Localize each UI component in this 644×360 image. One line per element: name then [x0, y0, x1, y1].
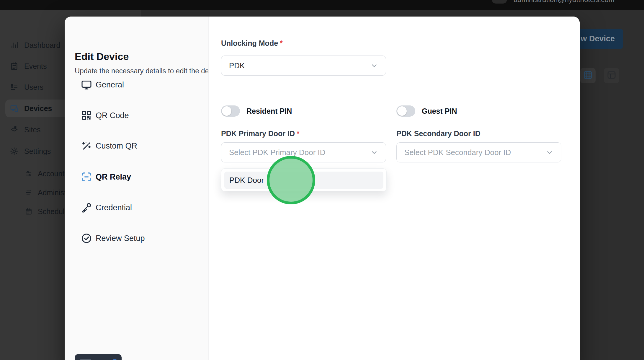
modal-step-panel: Edit Device Update the necessary details…: [65, 17, 209, 360]
settings-icon: [10, 147, 19, 156]
users-icon: [10, 83, 19, 92]
account-avatar[interactable]: [492, 0, 507, 4]
bottom-button-detail: [80, 359, 91, 360]
dashboard-icon: [10, 41, 19, 50]
step-qr-relay[interactable]: QR Relay: [65, 169, 209, 185]
table-view-button[interactable]: [604, 68, 619, 83]
step-credential[interactable]: Credential: [65, 199, 209, 216]
unlocking-mode-value: PDK: [229, 61, 370, 70]
secondary-door-label: PDK Secondary Door ID: [396, 129, 480, 138]
step-label: Review Setup: [96, 234, 145, 243]
resident-pin-toggle[interactable]: [221, 105, 240, 117]
dropdown-option-pdk-door[interactable]: PDK Door: [224, 172, 383, 189]
step-label: Credential: [96, 203, 132, 212]
primary-door-placeholder: Select PDK Primary Door ID: [229, 148, 370, 157]
step-review-setup[interactable]: Review Setup: [65, 230, 209, 247]
step-label: Custom QR: [96, 141, 137, 151]
qr-code-icon: [81, 110, 92, 121]
magic-wand-icon: [81, 140, 92, 152]
modal-form-panel: Unlocking Mode* PDK Resident PIN Guest P…: [209, 17, 580, 360]
account-icon: [25, 170, 32, 177]
administrators-icon: [25, 189, 32, 196]
step-general[interactable]: General: [65, 76, 209, 93]
sidebar-item-label: Events: [24, 62, 47, 71]
chevron-down-icon: [370, 62, 378, 69]
edit-device-modal: Edit Device Update the necessary details…: [65, 17, 580, 360]
required-asterisk: *: [297, 129, 300, 138]
guest-pin-toggle[interactable]: [396, 105, 415, 117]
schedules-icon: [25, 208, 32, 215]
table-view-icon: [607, 70, 617, 81]
modal-bottom-action-button[interactable]: [75, 354, 122, 360]
step-label: QR Relay: [96, 172, 131, 182]
primary-door-dropdown: PDK Door: [221, 168, 387, 191]
primary-door-select[interactable]: Select PDK Primary Door ID: [221, 142, 386, 162]
secondary-door-select[interactable]: Select PDK Secondary Door ID: [396, 142, 561, 162]
key-icon: [81, 202, 92, 214]
primary-door-label: PDK Primary Door ID*: [221, 129, 300, 138]
toggle-knob: [397, 106, 407, 116]
devices-icon: [10, 104, 19, 113]
step-label: General: [96, 80, 124, 89]
sidebar-item-label: Dashboard: [24, 41, 60, 50]
events-icon: [10, 62, 19, 71]
chevron-down-icon: [370, 149, 378, 156]
grid-view-button[interactable]: [580, 68, 596, 83]
required-asterisk: *: [280, 39, 283, 47]
resident-pin-label: Resident PIN: [246, 107, 292, 115]
modal-title: Edit Device: [75, 51, 129, 62]
account-email[interactable]: administration@hyatthotels.com: [514, 0, 614, 4]
sidebar-item-label: Account: [38, 170, 64, 178]
grid-view-icon: [583, 70, 593, 81]
step-label: QR Code: [96, 111, 129, 120]
monitor-icon: [81, 79, 92, 91]
sidebar-item-label: Sites: [24, 126, 41, 134]
modal-subtitle: Update the necessary details to edit the…: [75, 67, 208, 75]
sidebar-item-label: Users: [24, 83, 43, 92]
step-qr-code[interactable]: QR Code: [65, 107, 209, 124]
toggle-knob: [222, 106, 231, 116]
check-circle-icon: [81, 232, 92, 244]
secondary-door-placeholder: Select PDK Secondary Door ID: [404, 148, 546, 157]
guest-pin-label: Guest PIN: [422, 107, 457, 115]
sidebar-item-label: Settings: [24, 147, 51, 156]
screen: administration@hyatthotels.com Dashboard…: [0, 0, 644, 360]
sites-icon: [10, 125, 19, 134]
sidebar-item-label: Devices: [24, 104, 52, 113]
unlocking-mode-select[interactable]: PDK: [221, 56, 386, 76]
unlocking-mode-label: Unlocking Mode*: [221, 39, 283, 48]
qr-scan-icon: [81, 171, 92, 183]
chevron-down-icon: [546, 149, 553, 156]
step-custom-qr[interactable]: Custom QR: [65, 138, 209, 154]
